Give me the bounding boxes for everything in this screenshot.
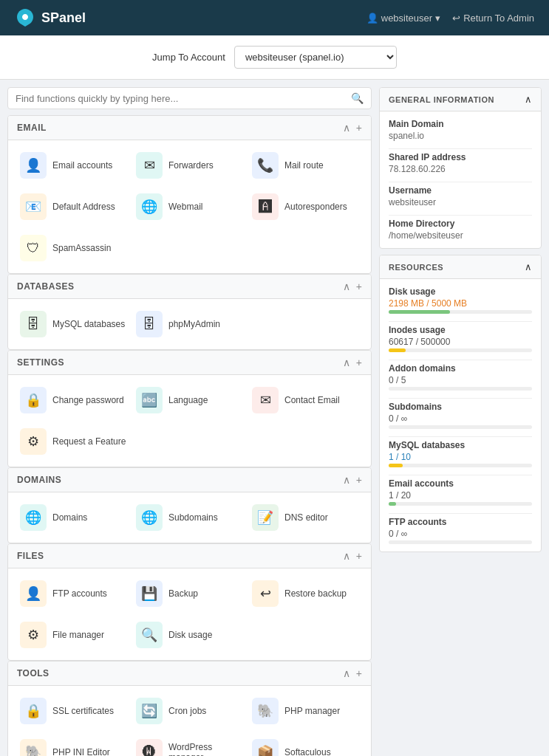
resource-row-0: Disk usage2198 MB / 5000 MB [389,286,532,314]
section-controls-domains: ∧+ [343,474,362,486]
menu-item-label: Domains [52,512,87,523]
menu-item-icon: 🅰 [252,193,279,220]
resource-divider [389,475,532,475]
resource-bar-fill [389,502,396,506]
menu-item-file-manager[interactable]: ⚙File manager [17,617,130,653]
menu-item-forwarders[interactable]: ✉Forwarders [133,148,246,183]
menu-item-phpmyadmin[interactable]: 🗄phpMyAdmin [133,306,246,342]
menu-item-label: Cron jobs [168,706,206,716]
resource-value: 1 / 20 [389,490,532,501]
menu-item-subdomains[interactable]: 🌐Subdomains [133,500,246,535]
menu-item-softaculous[interactable]: 📦Softaculous [249,735,362,756]
menu-item-icon: 🌐 [136,193,163,220]
menu-item-label: Request a Feature [52,436,126,447]
add-icon[interactable]: + [356,357,362,368]
chevron-down-icon: ▾ [435,13,440,24]
resource-label: FTP accounts [389,517,532,527]
menu-item-php-ini-editor[interactable]: 🐘PHP INI Editor [17,735,130,756]
collapse-icon[interactable]: ∧ [343,474,350,486]
section-header-tools: TOOLS∧+ [8,662,371,686]
search-input[interactable] [16,93,347,104]
collapse-icon[interactable]: ∧ [343,550,350,562]
return-to-admin-link[interactable]: ↩ Return To Admin [452,13,534,24]
resource-row-1: Inodes usage60617 / 500000 [389,325,532,352]
menu-item-label: SSL certificates [52,706,114,716]
collapse-icon[interactable]: ∧ [343,357,350,368]
menu-item-icon: 📝 [252,504,279,531]
chevron-up-icon: ∧ [525,94,532,105]
add-icon[interactable]: + [356,281,362,292]
add-icon[interactable]: + [356,550,362,562]
menu-item-backup[interactable]: 💾Backup [133,576,246,611]
collapse-icon[interactable]: ∧ [343,281,350,292]
resource-divider [389,321,532,322]
menu-item-label: Change password [52,395,124,405]
logo: SPanel [15,7,86,28]
section-title-email: EMAIL [17,123,47,133]
menu-item-default-address[interactable]: 📧Default Address [17,189,130,224]
menu-item-icon: 🛡 [20,235,47,261]
section-body-tools: 🔒SSL certificates🔄Cron jobs🐘PHP manager🐘… [8,686,371,756]
section-body-files: 👤FTP accounts💾Backup↩Restore backup⚙File… [8,568,371,660]
menu-item-dns-editor[interactable]: 📝DNS editor [249,500,362,535]
menu-item-icon: 👤 [20,152,47,179]
jump-bar: Jump To Account websiteuser (spanel.io) [0,35,549,80]
menu-item-restore-backup[interactable]: ↩Restore backup [249,576,362,611]
menu-item-php-manager[interactable]: 🐘PHP manager [249,693,362,729]
section-controls-files: ∧+ [343,550,362,562]
menu-item-wordpress-manager[interactable]: 🅦WordPress manager [133,735,246,756]
resource-bar-fill [389,348,406,352]
section-tools: TOOLS∧+🔒SSL certificates🔄Cron jobs🐘PHP m… [7,661,372,756]
jump-select[interactable]: websiteuser (spanel.io) [234,46,397,69]
section-body-email: 👤Email accounts✉Forwarders📞Mail route📧De… [8,140,371,273]
section-databases: DATABASES∧+🗄MySQL databases🗄phpMyAdmin [7,274,372,350]
resource-bar-bg [389,387,532,391]
menu-item-icon: 🔍 [136,622,163,648]
menu-item-autoresponders[interactable]: 🅰Autoresponders [249,189,362,224]
menu-item-icon: 🔤 [136,387,163,413]
menu-item-label: Forwarders [168,160,214,171]
menu-item-label: MySQL databases [52,319,125,329]
menu-item-contact-email[interactable]: ✉Contact Email [249,382,362,418]
menu-item-cron-jobs[interactable]: 🔄Cron jobs [133,693,246,729]
general-info-card: GENERAL INFORMATION ∧ Main Domainspanel.… [379,87,542,249]
add-icon[interactable]: + [356,122,362,134]
menu-item-change-password[interactable]: 🔒Change password [17,382,130,418]
menu-item-request-a-feature[interactable]: ⚙Request a Feature [17,424,130,459]
section-body-domains: 🌐Domains🌐Subdomains📝DNS editor [8,492,371,543]
section-title-files: FILES [17,551,44,561]
section-controls-settings: ∧+ [343,357,362,368]
menu-item-ssl-certificates[interactable]: 🔒SSL certificates [17,693,130,729]
add-icon[interactable]: + [356,474,362,486]
menu-item-label: SpamAssassin [52,243,111,253]
collapse-icon[interactable]: ∧ [343,667,350,679]
user-icon: 👤 [366,13,378,24]
info-row-label: Home Directory [389,219,532,229]
menu-item-mail-route[interactable]: 📞Mail route [249,148,362,183]
info-row-label: Shared IP address [389,152,532,162]
section-controls-email: ∧+ [343,122,362,134]
menu-item-spamassassin[interactable]: 🛡SpamAssassin [17,230,130,266]
menu-item-language[interactable]: 🔤Language [133,382,246,418]
menu-item-icon: ⚙ [20,622,47,648]
menu-item-ftp-accounts[interactable]: 👤FTP accounts [17,576,130,611]
resource-row-4: MySQL databases1 / 10 [389,440,532,467]
menu-item-mysql-databases[interactable]: 🗄MySQL databases [17,306,130,342]
menu-item-webmail[interactable]: 🌐Webmail [133,189,246,224]
menu-item-email-accounts[interactable]: 👤Email accounts [17,148,130,183]
user-menu[interactable]: 👤 websiteuser ▾ [366,13,440,24]
menu-item-icon: ⚙ [20,428,47,455]
menu-item-domains[interactable]: 🌐Domains [17,500,130,535]
section-controls-tools: ∧+ [343,667,362,679]
menu-item-disk-usage[interactable]: 🔍Disk usage [133,617,246,653]
add-icon[interactable]: + [356,667,362,679]
section-title-settings: SETTINGS [17,357,64,368]
search-icon: 🔍 [351,92,364,104]
resource-row-3: Subdomains0 / ∞ [389,402,532,429]
resource-label: Disk usage [389,286,532,297]
collapse-icon[interactable]: ∧ [343,122,350,134]
menu-item-icon: 📧 [20,193,47,220]
section-header-files: FILES∧+ [8,544,371,568]
resource-bar-bg [389,310,532,314]
menu-item-icon: 🐘 [252,698,279,724]
